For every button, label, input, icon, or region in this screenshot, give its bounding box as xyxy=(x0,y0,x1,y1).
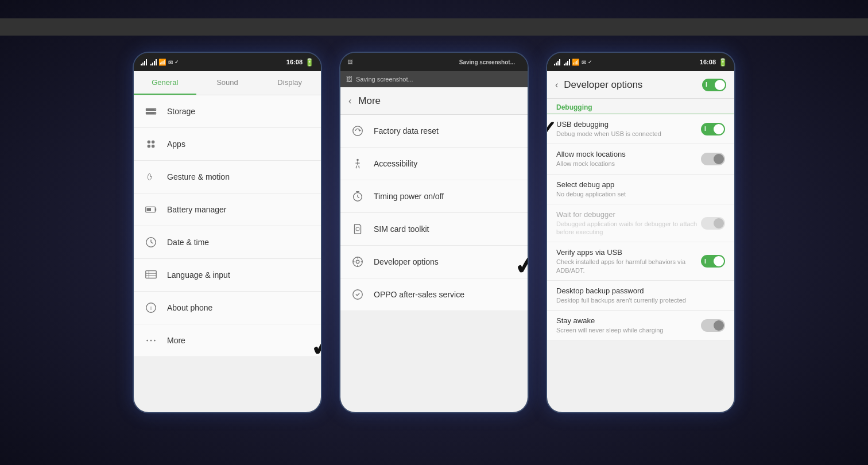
list-item-timing[interactable]: Timing power on/off xyxy=(340,180,528,213)
status-right-2: Saving screenshot... xyxy=(459,59,521,65)
mock-loc-toggle[interactable] xyxy=(701,153,725,165)
dev-options-header: ‹ Developer options I xyxy=(547,71,734,99)
svg-line-27 xyxy=(358,197,359,198)
more-list: Factory data reset Accessibility Timing … xyxy=(340,115,528,412)
list-item-developer[interactable]: Developer options ✓ xyxy=(340,246,528,278)
backup-pwd-subtitle: Desktop full backups aren't currently pr… xyxy=(556,296,725,304)
svg-point-21 xyxy=(150,340,152,342)
screenshot-banner-text: Saving screenshot... xyxy=(356,76,413,83)
tab-sound[interactable]: Sound xyxy=(196,71,259,95)
back-button-2[interactable]: ‹ xyxy=(348,96,351,106)
accessibility-icon xyxy=(350,156,366,172)
signal-icon-3a xyxy=(554,59,560,65)
wait-debugger-subtitle: Debugged application waits for debugger … xyxy=(556,220,701,237)
debugging-section-label: Debugging xyxy=(547,99,734,114)
signal-icon-2 xyxy=(150,59,157,65)
list-item-backup-pwd[interactable]: Desktop backup password Desktop full bac… xyxy=(547,281,734,311)
mock-loc-title: Allow mock locations xyxy=(556,150,701,158)
list-item-stay-awake[interactable]: Stay awake Screen will never sleep while… xyxy=(547,311,734,340)
list-item-gesture[interactable]: Gesture & motion xyxy=(134,161,321,193)
list-item-accessibility[interactable]: Accessibility xyxy=(340,148,528,180)
developer-list: USB debugging Debug mode when USB is con… xyxy=(547,114,734,412)
list-item-language[interactable]: Language & input xyxy=(134,259,321,292)
list-item-debug-app[interactable]: Select debug app No debug application se… xyxy=(547,175,734,204)
nav-header-2: ‹ More xyxy=(340,87,528,115)
status-right-3: 16:08 🔋 xyxy=(700,58,727,67)
svg-rect-14 xyxy=(146,271,156,278)
svg-point-20 xyxy=(146,340,148,342)
list-item-mock-locations[interactable]: Allow mock locations Allow mock location… xyxy=(547,144,734,174)
list-item-about[interactable]: i About phone xyxy=(134,292,321,324)
svg-point-6 xyxy=(148,145,151,148)
status-bar-3: 📶 ✉ ✓ 16:08 🔋 xyxy=(547,53,734,71)
storage-icon xyxy=(143,103,159,119)
svg-point-22 xyxy=(154,340,156,342)
language-icon xyxy=(143,267,159,283)
wifi-icon-3: 📶 xyxy=(572,59,580,66)
signal-icon-1 xyxy=(141,59,147,65)
svg-rect-10 xyxy=(147,208,151,211)
screenshot-banner-icon: 🖼 xyxy=(346,76,352,83)
status-bar-1: 📶 ✉ ✓ 16:08 🔋 xyxy=(134,53,321,71)
developer-checkmark: ✓ xyxy=(512,247,528,281)
stay-awake-texts: Stay awake Screen will never sleep while… xyxy=(556,316,701,334)
tabs-bar: General Sound Display xyxy=(134,71,321,95)
oppo-label: OPPO after-sales service xyxy=(374,290,464,299)
apps-label: Apps xyxy=(167,140,185,149)
svg-point-5 xyxy=(152,141,155,144)
status-bar-2: 🖼 Saving screenshot... xyxy=(340,53,528,71)
svg-rect-9 xyxy=(155,208,156,211)
usb-debug-checkmark: ✓ xyxy=(547,117,557,142)
svg-line-13 xyxy=(151,242,153,243)
list-item-battery[interactable]: Battery manager xyxy=(134,193,321,226)
dev-title: Developer options xyxy=(564,79,642,91)
list-item-sim[interactable]: SIM card toolkit xyxy=(340,213,528,246)
more-checkmark: ✓ xyxy=(308,329,321,363)
list-item-more[interactable]: More ✓ xyxy=(134,324,321,357)
tab-general[interactable]: General xyxy=(134,71,196,95)
battery-3: 🔋 xyxy=(718,58,727,67)
about-label: About phone xyxy=(167,303,212,312)
list-item-factory-reset[interactable]: Factory data reset xyxy=(340,115,528,148)
battery-icon xyxy=(143,202,159,218)
app-content-1: General Sound Display Storage xyxy=(134,71,321,412)
usb-debug-subtitle: Debug mode when USB is connected xyxy=(556,130,701,138)
list-item-wait-debugger[interactable]: Wait for debugger Debugged application w… xyxy=(547,204,734,243)
dev-options-master-toggle[interactable]: I xyxy=(702,79,726,91)
timing-label: Timing power on/off xyxy=(374,192,444,201)
phone-3: 📶 ✉ ✓ 16:08 🔋 ‹ Developer options I Debu… xyxy=(546,52,735,413)
svg-point-24 xyxy=(356,159,359,161)
wait-debugger-toggle[interactable] xyxy=(701,217,725,230)
list-item-verify-usb[interactable]: Verify apps via USB Check installed apps… xyxy=(547,242,734,281)
mail-icon: ✉ xyxy=(168,59,173,65)
tab-display[interactable]: Display xyxy=(258,71,321,95)
gesture-label: Gesture & motion xyxy=(167,172,230,181)
developer-icon xyxy=(350,254,366,270)
svg-point-7 xyxy=(152,145,155,148)
backup-pwd-texts: Desktop backup password Desktop full bac… xyxy=(556,286,725,304)
developer-label: Developer options xyxy=(374,257,439,266)
status-left-1: 📶 ✉ ✓ xyxy=(141,59,179,66)
list-item-datetime[interactable]: Date & time xyxy=(134,226,321,259)
list-item-oppo[interactable]: OPPO after-sales service xyxy=(340,278,528,311)
stay-awake-toggle[interactable] xyxy=(701,319,725,332)
back-button-3[interactable]: ‹ xyxy=(555,80,558,90)
more-label: More xyxy=(167,336,185,345)
list-item-usb-debug[interactable]: USB debugging Debug mode when USB is con… xyxy=(547,114,734,144)
usb-debug-title: USB debugging xyxy=(556,120,701,129)
settings-list-1: Storage Apps Gesture & motion xyxy=(134,95,321,412)
usb-debug-toggle[interactable]: I xyxy=(701,123,725,135)
status-right-1: 16:08 🔋 xyxy=(286,58,314,67)
app-content-2: ‹ More Factory data reset Accessibility xyxy=(340,87,528,412)
verify-usb-toggle[interactable]: I xyxy=(701,255,725,268)
apps-icon xyxy=(143,136,159,152)
svg-point-2 xyxy=(154,109,156,110)
oppo-icon xyxy=(350,286,366,303)
list-item-storage[interactable]: Storage xyxy=(134,95,321,128)
list-item-apps[interactable]: Apps xyxy=(134,128,321,161)
verify-usb-title: Verify apps via USB xyxy=(556,248,701,257)
battery-label: Battery manager xyxy=(167,205,227,214)
factory-reset-label: Factory data reset xyxy=(374,126,439,135)
debug-app-subtitle: No debug application set xyxy=(556,190,725,198)
datetime-label: Date & time xyxy=(167,238,209,247)
